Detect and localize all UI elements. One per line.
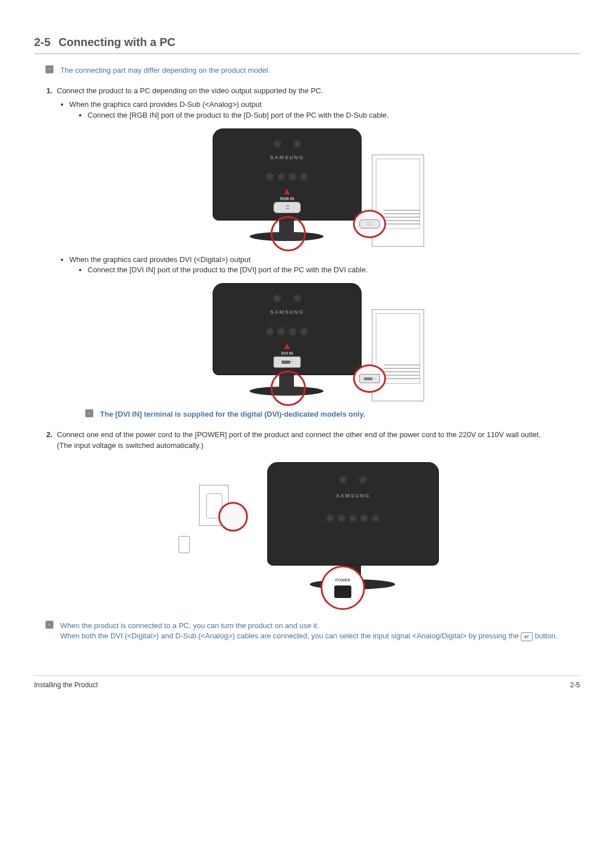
pc-dvi-port-callout: ▮▮▮▮▮ ─ — [353, 364, 386, 393]
dvi-port: ▮▮▮▮▮ ─ — [273, 356, 301, 368]
note-text: The [DVI IN] terminal is supplied for th… — [100, 409, 365, 420]
footer-right: 2-5 — [570, 680, 580, 690]
step-1-sub-b: When the graphics card provides DVI (<Di… — [69, 255, 580, 275]
power-port — [334, 585, 351, 598]
dvi-connector-callout — [271, 371, 306, 406]
arrow-icon: ▲ — [282, 339, 292, 353]
figure-rgb-connection: ❀ ❀ SAMSUNG ❀ ❀ ❀ ❀ RGB IN ⁚⁚⁚⁚⁚ ▲ — [57, 128, 580, 247]
section-title: Connecting with a PC — [59, 36, 176, 48]
power-plug-callout — [218, 502, 248, 531]
step-1-sub-a-detail: Connect the [RGB IN] port of the product… — [88, 110, 580, 121]
monitor-back-rgb: ❀ ❀ SAMSUNG ❀ ❀ ❀ ❀ RGB IN ⁚⁚⁚⁚⁚ ▲ — [213, 128, 360, 241]
step-2: Connect one end of the power cord to the… — [55, 430, 580, 592]
step-1-sub-a: When the graphics card provides D-Sub (<… — [69, 99, 580, 120]
footer-left: Installing the Product — [34, 680, 98, 690]
brand-label: SAMSUNG — [268, 492, 438, 500]
note-dvi-only: ◦ The [DVI IN] terminal is supplied for … — [85, 409, 580, 420]
note-final: ◦ When the product is connected to a PC,… — [45, 621, 580, 641]
step-1-sub-b-detail: Connect the [DVI IN] port of the product… — [88, 265, 580, 275]
step-1-text: Connect the product to a PC depending on… — [57, 86, 323, 95]
arrow-icon: ▲ — [282, 184, 292, 198]
vga-port: ⁚⁚⁚⁚⁚ — [359, 219, 380, 229]
step-2-text: Connect one end of the power cord to the… — [57, 430, 541, 439]
monitor-back-power: ❀ ❀ SAMSUNG ❀ ❀ ❀ ❀ ❀ POWER — [267, 462, 438, 589]
pc-tower: ▮▮▮▮▮ ─ — [372, 309, 424, 401]
step-1: Connect the product to a PC depending on… — [55, 86, 580, 420]
note-text: When the product is connected to a PC, y… — [60, 621, 557, 641]
figure-power-connection: ❀ ❀ SAMSUNG ❀ ❀ ❀ ❀ ❀ POWER — [57, 462, 580, 592]
info-icon: ◦ — [45, 621, 53, 629]
brand-label: SAMSUNG — [213, 309, 361, 316]
info-icon: ◦ — [45, 65, 53, 73]
pc-tower: ⁚⁚⁚⁚⁚ — [372, 155, 424, 247]
monitor-back-dvi: ❀ ❀ SAMSUNG ❀ ❀ ❀ ❀ DVI IN ▮▮▮▮▮ ─ ▲ — [213, 283, 360, 396]
figure-dvi-connection: ❀ ❀ SAMSUNG ❀ ❀ ❀ ❀ DVI IN ▮▮▮▮▮ ─ ▲ — [57, 283, 580, 401]
section-number: 2-5 — [34, 36, 51, 48]
page-footer: Installing the Product 2-5 — [34, 675, 580, 690]
pc-vga-port-callout: ⁚⁚⁚⁚⁚ — [353, 210, 386, 238]
rgb-port: ⁚⁚⁚⁚⁚ — [273, 202, 301, 213]
main-steps-list: Connect the product to a PC depending on… — [34, 86, 580, 592]
note-model-differ: ◦ The connecting part may differ dependi… — [45, 65, 580, 76]
wall-switch — [179, 536, 190, 553]
source-button-icon: ↵ — [521, 632, 533, 641]
dvi-port: ▮▮▮▮▮ ─ — [359, 374, 380, 383]
step-2-sub: (The input voltage is switched automatic… — [57, 441, 204, 450]
info-icon: ◦ — [85, 409, 93, 417]
note-text: The connecting part may differ depending… — [60, 65, 270, 76]
rgb-connector-callout — [271, 216, 306, 251]
brand-label: SAMSUNG — [213, 154, 361, 161]
section-header: 2-5Connecting with a PC — [34, 34, 580, 54]
power-port-callout: POWER — [321, 566, 365, 610]
power-label: POWER — [335, 578, 350, 583]
